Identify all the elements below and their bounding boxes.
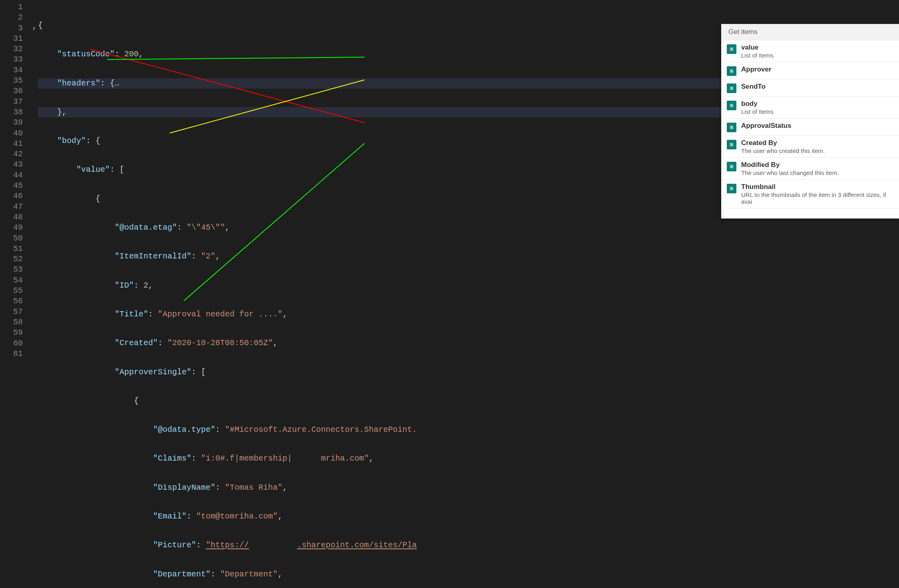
panel-item-title: Created By [741, 139, 893, 147]
code-text: "tom@tomriha.com" [196, 512, 278, 521]
panel-header: Get items [721, 24, 899, 40]
line-number: 47 [0, 202, 23, 212]
code-text: "ItemInternalId" [115, 252, 191, 261]
panel-list[interactable]: value List of Items Approver SendTo body… [721, 40, 899, 209]
code-text: "headers" [57, 79, 100, 88]
line-number: 51 [0, 244, 23, 254]
code-text: "Claims" [153, 454, 191, 463]
sharepoint-icon [727, 44, 736, 54]
line-number: 48 [0, 212, 23, 222]
panel-item-subtitle: The user who created this item. [741, 147, 893, 154]
code-text: "Picture" [153, 540, 196, 550]
line-number: 2 [0, 12, 23, 23]
code-text: "Tomas Riha" [225, 483, 282, 492]
panel-item-subtitle: The user who last changed this item. [741, 169, 893, 176]
sharepoint-icon [727, 140, 736, 149]
code-link[interactable]: "https:// [206, 540, 249, 550]
line-number: 44 [0, 170, 23, 181]
folded-indicator[interactable]: {… [110, 79, 119, 88]
panel-item-value[interactable]: value List of Items [721, 40, 899, 62]
panel-item-modifiedby[interactable]: Modified By The user who last changed th… [721, 158, 899, 180]
fold-toggle-icon[interactable]: › [30, 23, 38, 34]
panel-item-title: SendTo [741, 83, 893, 91]
line-number: 57 [0, 307, 23, 317]
line-number: 55 [0, 286, 23, 296]
code-text: "Department" [220, 570, 278, 579]
fold-column: › [30, 0, 38, 588]
code-text: "2020-10-28T08:50:05Z" [167, 338, 273, 348]
line-number: 52 [0, 254, 23, 264]
panel-item-title: Thumbnail [741, 183, 893, 191]
sharepoint-icon [727, 101, 736, 110]
line-number: 56 [0, 296, 23, 306]
code-text: "Email" [153, 512, 187, 521]
code-text: 2 [143, 281, 148, 290]
code-text: "\"45\"" [187, 223, 225, 232]
code-text: "statusCode" [57, 50, 115, 59]
line-number: 32 [0, 44, 23, 54]
line-number: 39 [0, 117, 23, 128]
panel-item-title: Approver [741, 66, 893, 74]
code-text: "#Microsoft.Azure.Connectors.SharePoint. [225, 425, 417, 434]
panel-item-thumbnail[interactable]: Thumbnail URL to the thumbnails of the i… [721, 180, 899, 209]
dynamic-content-panel[interactable]: Get items value List of Items Approver S… [721, 24, 899, 219]
line-number: 46 [0, 191, 23, 201]
code-text: "ID" [115, 281, 134, 290]
code-text: "2" [201, 252, 215, 261]
line-number: 31 [0, 34, 23, 44]
code-text: "@odata.type" [153, 425, 215, 434]
code-text: "DisplayName" [153, 483, 215, 492]
code-text: "Title" [115, 310, 148, 319]
sharepoint-icon [727, 123, 736, 132]
panel-item-subtitle: List of Items [741, 108, 893, 115]
line-number: 41 [0, 139, 23, 149]
line-number: 53 [0, 264, 23, 275]
line-number: 37 [0, 97, 23, 107]
line-number: 38 [0, 107, 23, 117]
line-number: 35 [0, 75, 23, 86]
code-text: "ApproverSingle" [115, 368, 191, 377]
line-number: 34 [0, 65, 23, 75]
sharepoint-icon [727, 83, 736, 93]
panel-item-subtitle: List of Items [741, 52, 893, 59]
sharepoint-icon [727, 162, 736, 171]
line-number: 60 [0, 338, 23, 349]
line-number: 49 [0, 222, 23, 233]
line-number: 40 [0, 128, 23, 139]
line-number: 61 [0, 349, 23, 359]
code-text: { [38, 21, 43, 30]
panel-item-sendto[interactable]: SendTo [721, 79, 899, 97]
panel-item-title: Modified By [741, 161, 893, 169]
sharepoint-icon [727, 184, 736, 193]
line-number: 54 [0, 275, 23, 286]
line-number: 42 [0, 149, 23, 159]
code-text: "Department" [153, 570, 211, 579]
panel-item-subtitle: URL to the thumbnails of the item in 3 d… [741, 191, 893, 205]
panel-item-title: ApprovalStatus [741, 122, 893, 130]
line-number-gutter: 1 2 3 31 32 33 34 35 36 37 38 39 40 41 4… [0, 0, 30, 588]
line-number: 59 [0, 328, 23, 338]
panel-item-approver[interactable]: Approver [721, 62, 899, 79]
line-number: 58 [0, 317, 23, 328]
code-text: "Approval needed for ...." [158, 310, 282, 319]
panel-item-title: body [741, 100, 893, 108]
line-number: 33 [0, 54, 23, 65]
code-text: "Created" [115, 338, 158, 348]
line-number: 45 [0, 181, 23, 191]
panel-item-createdby[interactable]: Created By The user who created this ite… [721, 136, 899, 158]
panel-item-title: value [741, 44, 893, 52]
code-text: 200 [124, 50, 139, 59]
code-text: "value" [76, 165, 110, 174]
sharepoint-icon [727, 66, 736, 76]
code-link[interactable]: .sharepoint.com/sites/Pla [297, 540, 417, 550]
panel-item-approvalstatus[interactable]: ApprovalStatus [721, 119, 899, 136]
code-text: "@odata.etag" [115, 223, 177, 232]
line-number: 50 [0, 233, 23, 244]
line-number: 3 [0, 23, 23, 34]
panel-item-body[interactable]: body List of Items [721, 97, 899, 119]
line-number: 1 [0, 2, 23, 12]
line-number: 43 [0, 159, 23, 170]
line-number: 36 [0, 86, 23, 96]
code-text: "i:0#.f|membership| mriha.com" [201, 454, 369, 463]
code-text: "body" [57, 136, 86, 145]
